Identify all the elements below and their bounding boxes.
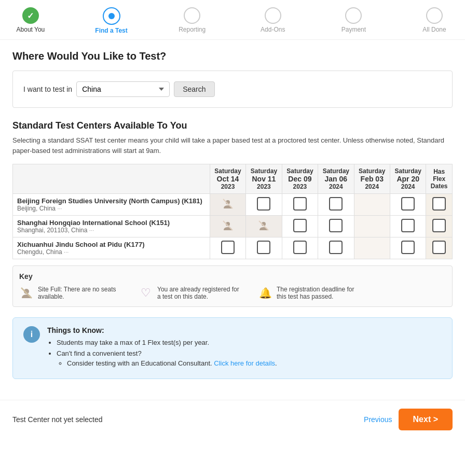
key-item-full: Site Full: There are no seats available.: [19, 286, 123, 300]
subbullet-text: Consider testing with an Educational Con…: [67, 359, 212, 367]
test-centers-table: Saturday Oct 14 2023 Saturday Nov 11 202…: [12, 164, 453, 259]
date-cell-beijing-nov[interactable]: [246, 194, 282, 216]
section-title: Standard Test Centers Available To You: [12, 120, 453, 131]
heart-key-icon: ♡: [139, 286, 153, 300]
step-all-done: All Done: [414, 7, 455, 33]
search-button[interactable]: Search: [174, 81, 214, 97]
date-cell-beijing-flex[interactable]: [426, 194, 453, 216]
date-cell-xichuanhui-oct[interactable]: [210, 237, 245, 259]
site-full-key-icon: [19, 286, 34, 300]
col-header-dec09: Saturday Dec 09 2023: [282, 164, 318, 194]
date-checkbox[interactable]: [329, 219, 343, 232]
key-title: Key: [19, 272, 446, 281]
info-title: Things to Know:: [47, 326, 442, 334]
more-link[interactable]: ···: [64, 249, 69, 255]
date-cell-shanghai-apr[interactable]: [390, 216, 426, 237]
info-subbullet: Consider testing with an Educational Con…: [67, 359, 442, 367]
col-header-flex: HasFlexDates: [426, 164, 453, 194]
info-sublist: Consider testing with an Educational Con…: [57, 359, 442, 367]
site-full-icon: [221, 219, 235, 232]
col-header-jan06: Saturday Jan 06 2024: [318, 164, 354, 194]
date-cell-beijing-jan[interactable]: [318, 194, 354, 216]
col-header-school: [13, 164, 210, 194]
click-here-link[interactable]: Click here for details: [214, 359, 275, 367]
page-title: Where Would You Like to Test?: [12, 50, 453, 62]
progress-bar: ✓ About You Find a Test Reporting Add-On…: [0, 0, 465, 40]
step-find-a-test: Find a Test: [91, 7, 132, 34]
info-bullet-2: Can't find a convenient test? Consider t…: [57, 349, 442, 367]
key-item-registered: ♡ You are already registered for a test …: [139, 286, 242, 300]
school-location: Shanghai, 201103, China ···: [17, 227, 206, 234]
key-section: Key Site Full: There are no seats availa…: [12, 265, 453, 307]
date-checkbox[interactable]: [401, 241, 415, 254]
previous-button[interactable]: Previous: [364, 415, 392, 424]
date-cell-beijing-dec[interactable]: [282, 194, 318, 216]
key-item-deadline: 🔔 The registration deadline for this tes…: [258, 286, 362, 300]
step-add-ons: Add-Ons: [253, 7, 293, 33]
date-cell-xichuanhui-jan[interactable]: [318, 237, 354, 259]
date-cell-xichuanhui-nov[interactable]: [246, 237, 282, 259]
step-circle-find-a-test: [103, 7, 120, 25]
footer-status: Test Center not yet selected: [12, 415, 103, 424]
table-row: Xichuanhui Jindu School at Pidu (K177) C…: [13, 237, 453, 259]
table-row: Shanghai Hongqiao International School (…: [13, 216, 453, 237]
col-header-nov11: Saturday Nov 11 2023: [246, 164, 282, 194]
step-about-you: ✓ About You: [10, 7, 51, 33]
site-full-icon: [257, 219, 270, 232]
info-list: Students may take a max of 1 Flex test(s…: [47, 339, 442, 367]
date-checkbox[interactable]: [293, 197, 307, 211]
info-bullet-1: Students may take a max of 1 Flex test(s…: [57, 339, 442, 346]
date-cell-xichuanhui-flex[interactable]: [426, 237, 453, 259]
flex-checkbox[interactable]: [432, 219, 446, 232]
date-cell-beijing-feb: [354, 194, 390, 216]
section-description: Selecting a standard SSAT test center me…: [12, 135, 453, 156]
school-cell-shanghai: Shanghai Hongqiao International School (…: [13, 216, 210, 237]
date-cell-xichuanhui-apr[interactable]: [390, 237, 426, 259]
date-cell-shanghai-flex[interactable]: [426, 216, 453, 237]
site-full-icon: [221, 197, 235, 211]
flex-checkbox[interactable]: [432, 241, 446, 254]
date-cell-xichuanhui-dec[interactable]: [282, 237, 318, 259]
date-cell-shanghai-oct: [210, 216, 245, 237]
next-button[interactable]: Next >: [399, 409, 453, 430]
flex-checkbox[interactable]: [432, 197, 446, 211]
date-checkbox[interactable]: [293, 219, 307, 232]
step-payment: Payment: [334, 7, 374, 33]
date-cell-shanghai-feb: [354, 216, 390, 237]
info-content: Things to Know: Students may take a max …: [47, 326, 442, 370]
footer-buttons: Previous Next >: [364, 409, 453, 430]
more-link[interactable]: ···: [89, 227, 94, 233]
date-checkbox[interactable]: [293, 241, 307, 254]
school-name: Beijing Foreign Studies University (Nort…: [17, 197, 206, 205]
info-box: i Things to Know: Students may take a ma…: [12, 317, 453, 379]
info-icon: i: [23, 326, 40, 343]
key-label-full: Site Full: There are no seats available.: [38, 286, 123, 300]
date-checkbox[interactable]: [401, 219, 415, 232]
date-cell-beijing-oct: [210, 194, 245, 216]
country-select[interactable]: China United States United Kingdom Canad…: [76, 81, 170, 97]
bell-key-icon: 🔔: [258, 286, 272, 300]
step-reporting: Reporting: [172, 7, 212, 33]
key-items: Site Full: There are no seats available.…: [19, 286, 446, 300]
more-link[interactable]: ···: [57, 205, 62, 212]
school-name: Shanghai Hongqiao International School (…: [17, 219, 206, 227]
date-cell-beijing-apr[interactable]: [390, 194, 426, 216]
search-label: I want to test in: [23, 85, 72, 93]
col-header-apr20: Saturday Apr 20 2024: [390, 164, 426, 194]
date-checkbox[interactable]: [221, 241, 235, 254]
date-checkbox[interactable]: [257, 197, 270, 211]
date-checkbox[interactable]: [329, 197, 343, 211]
step-label-all-done: All Done: [422, 26, 446, 33]
step-label-find-a-test: Find a Test: [95, 27, 127, 34]
step-circle-payment: [345, 7, 362, 24]
step-circle-all-done: [426, 7, 443, 24]
date-checkbox[interactable]: [329, 241, 343, 254]
date-cell-shanghai-jan[interactable]: [318, 216, 354, 237]
step-circle-about-you: ✓: [22, 7, 39, 24]
date-checkbox[interactable]: [401, 197, 415, 211]
table-row: Beijing Foreign Studies University (Nort…: [13, 194, 453, 216]
col-header-oct14: Saturday Oct 14 2023: [210, 164, 245, 194]
date-cell-shanghai-dec[interactable]: [282, 216, 318, 237]
date-checkbox[interactable]: [257, 241, 270, 254]
step-circle-reporting: [184, 7, 200, 24]
